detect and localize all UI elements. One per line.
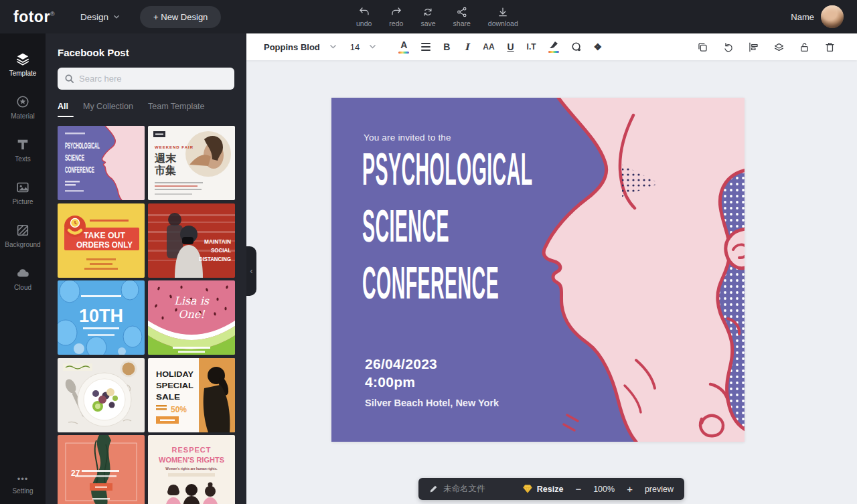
svg-text:Lisa is: Lisa is — [174, 295, 210, 307]
more-dots-icon: ••• — [17, 475, 29, 484]
font-size-select[interactable]: 14 — [350, 42, 376, 52]
redo-button[interactable]: redo — [389, 6, 403, 27]
text-align-button[interactable] — [418, 43, 434, 51]
svg-text:10TH: 10TH — [79, 306, 123, 326]
svg-text:Women's rights are human right: Women's rights are human rights. — [165, 467, 217, 471]
file-name-button[interactable]: 未命名文件 — [429, 483, 485, 495]
highlighter-icon — [548, 41, 558, 50]
sidebar-item-background[interactable]: Background — [0, 214, 46, 257]
topbar: fotor® Design + New Design undo redo sav… — [0, 0, 857, 33]
material-icon — [15, 94, 30, 109]
gem-icon — [523, 485, 532, 493]
editor-area: Poppins Blod 14 A B I — [246, 33, 857, 504]
sidebar: Template Material Texts Picture Backgrou… — [0, 33, 46, 504]
trash-icon — [824, 41, 836, 54]
underline-button[interactable]: U — [503, 42, 518, 52]
share-button[interactable]: share — [453, 6, 471, 27]
rotate-button[interactable] — [719, 38, 736, 56]
svg-text:SALE: SALE — [156, 393, 180, 401]
template-thumb-take-out-orders[interactable]: TAKE OUT ORDERS ONLY — [58, 203, 145, 278]
tab-all[interactable]: All — [58, 102, 68, 111]
template-thumb-psychological-conference[interactable]: PSYCHOLOGICAL SCIENCE CONFERENCE — [58, 126, 145, 200]
template-thumb-holiday-sale[interactable]: HOLIDAY SPECIAL SALE 50% — [148, 358, 235, 432]
template-panel: Facebook Post All My Collection Team Tem… — [46, 33, 246, 504]
template-thumb-plant-27[interactable]: 27 — [58, 435, 145, 504]
delete-button[interactable] — [821, 38, 838, 56]
tab-team-template[interactable]: Team Template — [148, 102, 205, 111]
lock-button[interactable] — [795, 38, 813, 56]
chevron-down-icon — [329, 44, 337, 50]
design-menu[interactable]: Design — [80, 12, 120, 22]
poster-title-text[interactable]: PSYCHOLOGICAL SCIENCE CONFERENCE — [362, 141, 768, 311]
search-box[interactable] — [58, 68, 234, 90]
object-toolbar — [694, 38, 840, 56]
tab-my-collection[interactable]: My Collection — [83, 102, 133, 111]
collapse-panel-button[interactable]: ‹ — [246, 246, 256, 296]
bold-button[interactable]: B — [439, 42, 454, 52]
curve-text-button[interactable] — [568, 41, 585, 52]
zoom-in-button[interactable]: + — [627, 484, 633, 494]
font-case-icon: AA — [483, 42, 494, 52]
italic-button[interactable]: I — [459, 42, 474, 52]
svg-text:SPECIAL: SPECIAL — [156, 382, 193, 390]
preview-button[interactable]: preview — [645, 485, 674, 494]
zoom-out-button[interactable]: − — [575, 484, 581, 494]
poster-date-text[interactable]: 26/04/2023 4:00pm — [365, 355, 437, 391]
undo-icon — [358, 6, 370, 18]
font-family-select[interactable]: Poppins Blod — [264, 42, 337, 52]
svg-text:DISTANCING: DISTANCING — [199, 256, 231, 262]
duplicate-icon — [696, 41, 709, 54]
sidebar-item-setting[interactable]: ••• Setting — [0, 466, 46, 504]
avatar[interactable] — [821, 5, 844, 28]
zoom-level[interactable]: 100% — [593, 485, 615, 494]
sidebar-item-texts[interactable]: Texts — [0, 129, 46, 171]
undo-button[interactable]: undo — [356, 6, 372, 27]
layer-button[interactable] — [770, 38, 787, 56]
search-input[interactable] — [79, 74, 228, 84]
italic-icon: I — [465, 42, 469, 52]
svg-text:市集: 市集 — [155, 164, 176, 176]
bottom-bar: 未命名文件 Resize − 100% + preview — [418, 478, 684, 500]
letter-spacing-button[interactable]: I.T — [524, 42, 540, 52]
transparency-button[interactable]: ❖ — [591, 42, 606, 52]
sidebar-item-picture[interactable]: Picture — [0, 171, 46, 214]
font-case-button[interactable]: AA — [479, 42, 497, 52]
chevron-down-icon — [369, 44, 376, 50]
highlight-color-button[interactable] — [545, 41, 562, 53]
font-color-button[interactable]: A — [395, 40, 412, 54]
search-icon — [64, 74, 74, 84]
pencil-icon — [429, 485, 438, 493]
template-thumb-weekend-fair[interactable]: WEEKEND FAIR 週末 市集 — [148, 126, 235, 200]
template-thumb-food-photo[interactable] — [58, 358, 145, 432]
fotor-logo[interactable]: fotor® — [13, 8, 55, 26]
template-thumb-womens-rights[interactable]: RESPECT WOMEN'S RIGHTS Women's rights ar… — [148, 435, 235, 504]
user-name: Name — [791, 12, 814, 22]
topbar-actions: undo redo save share download — [356, 0, 518, 33]
svg-text:One!: One! — [178, 308, 206, 321]
save-button[interactable]: save — [420, 6, 435, 27]
duplicate-button[interactable] — [694, 38, 711, 56]
download-button[interactable]: download — [488, 6, 518, 27]
text-toolbar: Poppins Blod 14 A B I — [246, 33, 857, 60]
svg-text:ORDERS ONLY: ORDERS ONLY — [76, 240, 133, 250]
template-thumb-lisa-is-one[interactable]: Lisa is One! — [148, 280, 235, 355]
bold-icon: B — [443, 42, 450, 52]
chevron-left-icon: ‹ — [250, 266, 253, 276]
template-thumb-social-distancing[interactable]: MAINTAIN SOCIAL DISTANCING — [148, 203, 235, 278]
panel-title: Facebook Post — [58, 47, 234, 58]
svg-text:RESPECT: RESPECT — [172, 446, 212, 454]
letter-spacing-icon: I.T — [527, 42, 536, 52]
transparency-icon: ❖ — [594, 42, 603, 52]
sidebar-item-cloud[interactable]: Cloud — [0, 257, 46, 300]
sidebar-item-material[interactable]: Material — [0, 86, 46, 129]
template-thumb-10th-birthday[interactable]: 10TH — [58, 280, 145, 355]
poster-venue-text[interactable]: Silver Beach Hotel, New York — [365, 398, 499, 408]
picture-icon — [15, 180, 30, 195]
new-design-button[interactable]: + New Design — [140, 6, 221, 28]
sidebar-item-template[interactable]: Template — [0, 43, 46, 86]
align-objects-button[interactable] — [745, 38, 762, 56]
account-area[interactable]: Name — [791, 5, 844, 28]
svg-text:HOLIDAY: HOLIDAY — [156, 370, 194, 378]
resize-button[interactable]: Resize — [523, 485, 564, 494]
design-canvas[interactable]: You are invited to the PSYCHOLOGICAL SCI… — [331, 98, 745, 442]
